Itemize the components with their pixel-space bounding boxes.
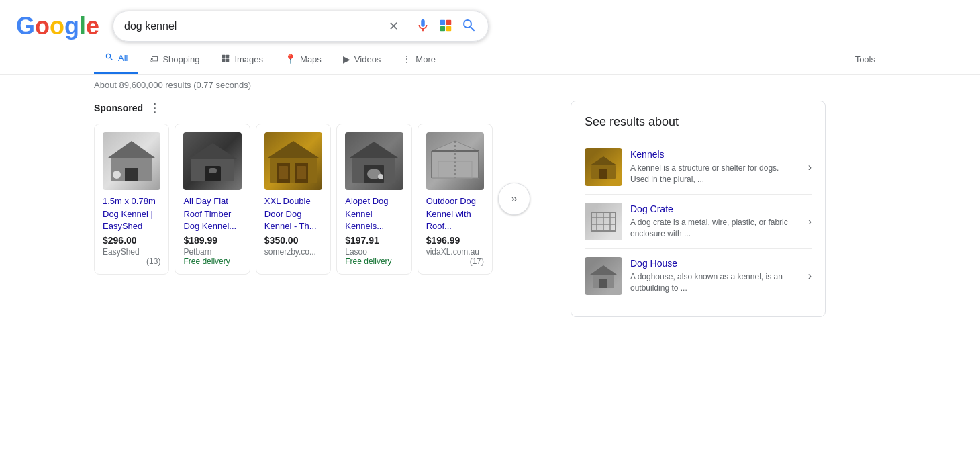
related-thumbnail-2 bbox=[585, 257, 622, 295]
related-info-0: Kennels A kennel is a structure or shelt… bbox=[630, 149, 800, 185]
maps-icon: 📍 bbox=[285, 54, 296, 64]
related-name-0: Kennels bbox=[630, 149, 800, 160]
product-seller-0: EasyShed bbox=[103, 247, 160, 257]
lens-button[interactable] bbox=[438, 18, 453, 35]
product-seller-1: Petbarn bbox=[183, 247, 241, 257]
search-submit-button[interactable] bbox=[461, 17, 477, 36]
tab-shopping-label: Shopping bbox=[162, 54, 199, 64]
product-title-2: XXL Double Door Dog Kennel - Th... bbox=[264, 195, 322, 232]
chevron-right-icon-2: › bbox=[808, 270, 812, 282]
related-name-2: Dog House bbox=[630, 258, 800, 269]
svg-rect-7 bbox=[226, 58, 230, 62]
left-content: Sponsored ⋮ 1.5m x 0.78m Dog Kennel | Ea… bbox=[94, 95, 530, 317]
svg-marker-17 bbox=[268, 141, 319, 158]
see-results-card: See results about Kennels A kennel is a … bbox=[571, 101, 826, 317]
svg-rect-2 bbox=[440, 26, 445, 30]
product-price-0: $296.00 bbox=[103, 235, 160, 246]
tab-tools[interactable]: Tools bbox=[844, 46, 886, 73]
tab-images-label: Images bbox=[234, 54, 263, 64]
tab-maps[interactable]: 📍 Maps bbox=[274, 46, 332, 73]
svg-rect-1 bbox=[446, 19, 451, 24]
svg-point-26 bbox=[378, 174, 383, 179]
svg-rect-0 bbox=[440, 19, 445, 24]
tab-all[interactable]: All bbox=[94, 44, 138, 74]
product-price-1: $189.99 bbox=[183, 235, 241, 246]
product-image-3 bbox=[345, 132, 403, 190]
search-icons: ✕ bbox=[389, 17, 477, 36]
search-bar: ✕ bbox=[113, 11, 489, 42]
svg-marker-43 bbox=[590, 265, 617, 275]
svg-rect-15 bbox=[209, 168, 217, 173]
svg-rect-44 bbox=[599, 279, 607, 288]
google-logo[interactable]: Google bbox=[16, 12, 99, 40]
related-thumbnail-1 bbox=[585, 203, 622, 240]
product-rating-0: (13) bbox=[103, 257, 160, 266]
product-title-0: 1.5m x 0.78m Dog Kennel | EasyShed bbox=[103, 195, 160, 232]
related-item-2[interactable]: Dog House A doghouse, also known as a ke… bbox=[585, 248, 812, 303]
product-seller-3: Lasoo bbox=[345, 247, 403, 257]
product-title-4: Outdoor Dog Kennel with Roof... bbox=[426, 195, 484, 232]
related-desc-1: A dog crate is a metal, wire, plastic, o… bbox=[630, 217, 800, 240]
related-item-0[interactable]: Kennels A kennel is a structure or shelt… bbox=[585, 140, 812, 194]
header: Google ✕ bbox=[0, 0, 980, 42]
product-price-4: $196.99 bbox=[426, 235, 484, 246]
svg-rect-5 bbox=[226, 54, 230, 58]
svg-marker-9 bbox=[108, 141, 155, 158]
product-card-0[interactable]: 1.5m x 0.78m Dog Kennel | EasyShed $296.… bbox=[94, 124, 169, 275]
see-results-title: See results about bbox=[585, 115, 812, 129]
sponsored-options-button[interactable]: ⋮ bbox=[148, 101, 160, 116]
next-products-button[interactable]: » bbox=[498, 183, 530, 215]
svg-rect-6 bbox=[222, 58, 226, 62]
product-cards: 1.5m x 0.78m Dog Kennel | EasyShed $296.… bbox=[94, 124, 530, 275]
related-desc-2: A doghouse, also known as a kennel, is a… bbox=[630, 271, 800, 294]
tab-more-label: More bbox=[415, 54, 436, 64]
svg-marker-34 bbox=[590, 156, 617, 165]
product-image-4 bbox=[426, 132, 484, 190]
product-image-2 bbox=[264, 132, 322, 190]
related-item-1[interactable]: Dog Crate A dog crate is a metal, wire, … bbox=[585, 194, 812, 248]
product-title-3: Alopet Dog Kennel Kennels... bbox=[345, 195, 403, 232]
tab-videos-label: Videos bbox=[354, 54, 381, 64]
search-input[interactable] bbox=[124, 20, 382, 32]
videos-icon: ▶ bbox=[343, 54, 350, 64]
svg-rect-35 bbox=[599, 169, 607, 179]
product-shipping-3: Free delivery bbox=[345, 257, 403, 266]
related-desc-0: A kennel is a structure or shelter for d… bbox=[630, 163, 800, 185]
right-panel: See results about Kennels A kennel is a … bbox=[571, 95, 826, 317]
tab-shopping[interactable]: 🏷 Shopping bbox=[138, 46, 210, 73]
x-icon: ✕ bbox=[389, 19, 399, 34]
tab-images[interactable]: Images bbox=[210, 46, 274, 73]
svg-marker-13 bbox=[189, 143, 237, 159]
product-rating-4: (17) bbox=[426, 257, 484, 266]
product-image-1 bbox=[183, 132, 241, 190]
svg-rect-10 bbox=[125, 168, 138, 181]
voice-search-button[interactable] bbox=[415, 18, 430, 35]
product-price-3: $197.91 bbox=[345, 235, 403, 246]
chevron-right-icon-0: › bbox=[808, 161, 812, 173]
product-card-4[interactable]: Outdoor Dog Kennel with Roof... $196.99 … bbox=[418, 124, 493, 275]
svg-rect-3 bbox=[446, 26, 451, 30]
mic-icon bbox=[415, 18, 430, 35]
svg-rect-20 bbox=[279, 166, 288, 179]
nav-tabs: All 🏷 Shopping Images 📍 Maps ▶ Videos ⋮ … bbox=[0, 44, 980, 75]
tab-more[interactable]: ⋮ More bbox=[391, 46, 446, 73]
shopping-icon: 🏷 bbox=[149, 54, 158, 64]
search-icon bbox=[461, 17, 477, 36]
product-price-2: $350.00 bbox=[264, 235, 322, 246]
product-seller-4: vidaXL.com.au bbox=[426, 247, 484, 257]
main-layout: Sponsored ⋮ 1.5m x 0.78m Dog Kennel | Ea… bbox=[0, 95, 980, 317]
divider bbox=[407, 18, 407, 34]
tab-videos[interactable]: ▶ Videos bbox=[332, 46, 392, 73]
product-card-2[interactable]: XXL Double Door Dog Kennel - Th... $350.… bbox=[256, 124, 331, 275]
svg-rect-4 bbox=[222, 54, 226, 58]
lens-icon bbox=[438, 18, 453, 35]
related-info-1: Dog Crate A dog crate is a metal, wire, … bbox=[630, 203, 800, 240]
product-title-1: All Day Flat Roof Timber Dog Kennel... bbox=[183, 195, 241, 232]
results-count: About 89,600,000 results (0.77 seconds) bbox=[94, 80, 251, 90]
related-thumbnail-0 bbox=[585, 148, 622, 186]
product-card-1[interactable]: All Day Flat Roof Timber Dog Kennel... $… bbox=[175, 124, 250, 275]
logo-text: Google bbox=[16, 12, 99, 40]
product-card-3[interactable]: Alopet Dog Kennel Kennels... $197.91 Las… bbox=[336, 124, 411, 275]
related-name-1: Dog Crate bbox=[630, 203, 800, 214]
clear-button[interactable]: ✕ bbox=[389, 19, 399, 34]
